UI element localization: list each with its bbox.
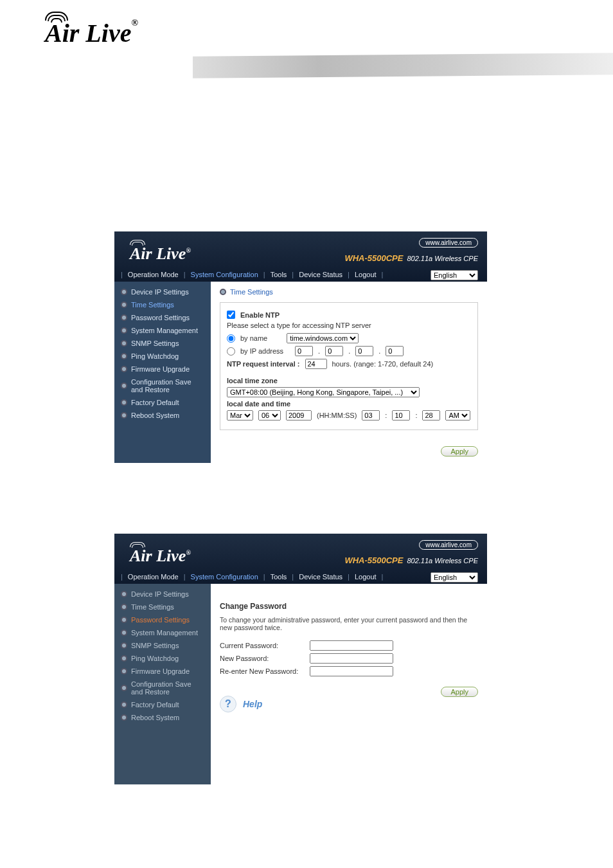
hhmmss-label: (HH:MM:SS)	[317, 411, 357, 419]
ip-octet-4[interactable]	[386, 346, 404, 356]
screenshot-password-settings: Air Live® www.airlive.com WHA-5500CPE802…	[114, 534, 487, 784]
tab-logout[interactable]: Logout	[350, 271, 382, 278]
enable-ntp-label: Enable NTP	[240, 311, 280, 319]
change-password-title: Change Password	[220, 602, 478, 611]
tab-operation-mode[interactable]: Operation Mode	[123, 573, 184, 581]
ampm-select[interactable]: AM	[445, 410, 470, 420]
language-select[interactable]: English	[431, 572, 478, 583]
sidebar-item-system-mgmt[interactable]: System Management	[114, 324, 211, 337]
url-badge[interactable]: www.airlive.com	[419, 540, 478, 550]
by-ip-label: by IP address	[240, 347, 283, 355]
sidebar-item-password[interactable]: Password Settings	[114, 311, 211, 324]
sidebar-item-config-save[interactable]: Configuration Save and Restore	[114, 678, 211, 698]
sidebar-item-system-mgmt[interactable]: System Management	[114, 626, 211, 639]
tab-tools[interactable]: Tools	[265, 271, 292, 278]
radio-icon	[121, 685, 127, 691]
sidebar-item-factory-default[interactable]: Factory Default	[114, 698, 211, 711]
tab-operation-mode[interactable]: Operation Mode	[123, 271, 184, 278]
second-input[interactable]	[422, 410, 440, 420]
radio-icon	[121, 617, 127, 623]
language-select-wrap: English	[431, 269, 478, 280]
apply-button[interactable]: Apply	[441, 687, 478, 697]
radio-icon	[220, 289, 226, 295]
sidebar-item-snmp[interactable]: SNMP Settings	[114, 337, 211, 350]
sidebar-item-reboot[interactable]: Reboot System	[114, 711, 211, 724]
ntp-by-name-radio[interactable]	[227, 334, 235, 343]
minute-input[interactable]	[392, 410, 410, 420]
ip-octet-3[interactable]	[355, 346, 373, 356]
ntp-interval-label: NTP request interval :	[227, 360, 300, 368]
radio-icon	[121, 327, 127, 334]
router-logo: Air Live®	[130, 547, 191, 566]
router-header: Air Live® www.airlive.com WHA-5500CPE802…	[114, 231, 487, 282]
sidebar-item-password[interactable]: Password Settings	[114, 613, 211, 626]
hour-input[interactable]	[362, 410, 380, 420]
sidebar-item-config-save[interactable]: Configuration Save and Restore	[114, 375, 211, 396]
ntp-interval-input[interactable]	[305, 359, 327, 369]
current-password-input[interactable]	[310, 640, 393, 651]
apply-button[interactable]: Apply	[441, 446, 478, 457]
tab-device-status[interactable]: Device Status	[294, 271, 348, 278]
model-label: WHA-5500CPE802.11a Wireless CPE	[344, 556, 478, 565]
radio-icon	[121, 655, 127, 662]
sidebar-item-device-ip[interactable]: Device IP Settings	[114, 285, 211, 298]
day-select[interactable]: 06	[258, 410, 281, 420]
radio-icon	[121, 642, 127, 649]
current-password-label: Current Password:	[220, 642, 310, 649]
radio-icon	[121, 668, 127, 674]
reenter-password-label: Re-enter New Password:	[220, 667, 310, 675]
new-password-label: New Password:	[220, 655, 310, 662]
year-input[interactable]	[286, 410, 312, 420]
url-badge[interactable]: www.airlive.com	[419, 238, 478, 248]
timezone-select[interactable]: GMT+08:00 (Beijing, Hong Kong, Singapore…	[227, 387, 420, 397]
tab-system-configuration[interactable]: System Configuration	[186, 271, 263, 278]
sidebar-item-firmware[interactable]: Firmware Upgrade	[114, 363, 211, 375]
sidebar-item-snmp[interactable]: SNMP Settings	[114, 639, 211, 652]
sidebar-item-factory-default[interactable]: Factory Default	[114, 396, 211, 409]
ip-octet-1[interactable]	[295, 346, 313, 356]
ntp-server-select[interactable]: time.windows.com	[287, 333, 359, 343]
tab-system-configuration[interactable]: System Configuration	[186, 573, 263, 581]
airlive-logo: Air Live®	[45, 18, 138, 48]
router-header: Air Live® www.airlive.com WHA-5500CPE802…	[114, 534, 487, 584]
main-panel-password: Change Password To change your administr…	[211, 584, 487, 784]
language-select-wrap: English	[431, 571, 478, 583]
enable-ntp-checkbox[interactable]	[227, 311, 235, 319]
sidebar-item-time-settings[interactable]: Time Settings	[114, 601, 211, 613]
sidebar-item-time-settings[interactable]: Time Settings	[114, 298, 211, 311]
radio-icon	[121, 604, 127, 610]
radio-icon	[121, 591, 127, 597]
sidebar: Device IP Settings Time Settings Passwor…	[114, 584, 211, 784]
language-select[interactable]: English	[431, 270, 478, 280]
ntp-fieldset: Enable NTP Please select a type for acce…	[220, 302, 478, 430]
nav-tabs: | Operation Mode| System Configuration| …	[121, 570, 383, 584]
tab-tools[interactable]: Tools	[265, 573, 292, 581]
nav-tabs: | Operation Mode| System Configuration| …	[121, 267, 383, 282]
screenshot-time-settings: Air Live® www.airlive.com WHA-5500CPE802…	[114, 231, 487, 463]
section-title: Time Settings	[220, 288, 478, 296]
sidebar-item-reboot[interactable]: Reboot System	[114, 409, 211, 422]
change-password-desc: To change your administrative password, …	[220, 616, 478, 631]
tab-device-status[interactable]: Device Status	[294, 573, 348, 581]
main-panel-time: Time Settings Enable NTP Please select a…	[211, 282, 487, 463]
sidebar-item-firmware[interactable]: Firmware Upgrade	[114, 665, 211, 678]
sidebar-item-ping-watchdog[interactable]: Ping Watchdog	[114, 350, 211, 363]
help-text: Help	[243, 699, 262, 709]
ntp-by-ip-radio[interactable]	[227, 347, 235, 356]
router-logo: Air Live®	[130, 244, 191, 264]
month-select[interactable]: Mar	[227, 410, 253, 420]
radio-icon	[121, 714, 127, 721]
question-icon: ?	[220, 696, 236, 712]
tab-logout[interactable]: Logout	[350, 573, 382, 581]
ntp-interval-suffix: hours. (range: 1-720, default 24)	[332, 360, 434, 368]
radio-icon	[121, 399, 127, 406]
help-bubble[interactable]: ? Help	[220, 696, 478, 712]
radio-icon	[121, 289, 127, 295]
model-label: WHA-5500CPE802.11a Wireless CPE	[344, 253, 478, 263]
reg-mark: ®	[131, 18, 138, 28]
sidebar-item-device-ip[interactable]: Device IP Settings	[114, 588, 211, 601]
new-password-input[interactable]	[310, 653, 393, 664]
reenter-password-input[interactable]	[310, 666, 393, 676]
sidebar-item-ping-watchdog[interactable]: Ping Watchdog	[114, 652, 211, 665]
ip-octet-2[interactable]	[325, 346, 343, 356]
